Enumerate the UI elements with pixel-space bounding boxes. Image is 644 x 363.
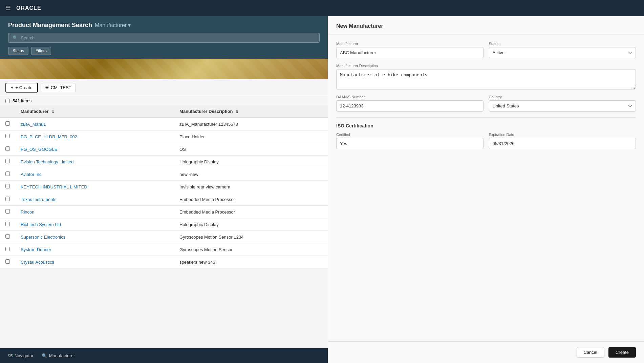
table-row: zBIA_Manu1 zBIA_Manufacturer 12345678	[0, 118, 328, 130]
description-cell: speakers new 345	[174, 256, 328, 268]
manufacturer-cell[interactable]: Aviator Inc	[15, 168, 174, 181]
form-row-duns-country: D-U-N-S Number Country United States Can…	[336, 95, 636, 112]
iso-section-title: ISO Certification	[336, 123, 636, 128]
navigator-icon: 🗺	[8, 353, 13, 358]
page-title-sub: Manufacturer ▾	[95, 22, 131, 28]
row-checkbox[interactable]	[5, 209, 10, 214]
row-checkbox[interactable]	[5, 172, 10, 176]
form-create-button[interactable]: Create	[608, 347, 636, 358]
manufacturer-cell[interactable]: PG_OS_GOOGLE	[15, 143, 174, 156]
main-layout: Product Management Search Manufacturer ▾…	[0, 16, 644, 363]
manufacturer-cell[interactable]: Crystal Acoustics	[15, 256, 174, 268]
left-panel: Product Management Search Manufacturer ▾…	[0, 16, 328, 363]
country-label: Country	[489, 95, 636, 99]
eye-icon: 👁	[45, 85, 49, 90]
manufacturer-field: Manufacturer	[336, 42, 484, 58]
plus-icon: +	[11, 85, 14, 90]
status-field: Status Active Inactive	[489, 42, 636, 58]
oracle-logo: ORACLE	[16, 5, 41, 11]
table-row: Supersonic Electronics Gyroscopes Motion…	[0, 231, 328, 243]
row-checkbox[interactable]	[5, 234, 10, 239]
manufacturer-cell[interactable]: zBIA_Manu1	[15, 118, 174, 130]
right-panel: New Manufacturer Manufacturer Status Act…	[328, 16, 644, 363]
right-panel-footer: Cancel Create	[328, 341, 644, 363]
select-all-row: 541 items	[0, 96, 328, 105]
search-bar[interactable]: 🔍	[8, 33, 320, 43]
row-checkbox[interactable]	[5, 197, 10, 201]
expiration-date-input[interactable]	[489, 138, 636, 149]
manufacturer-cell[interactable]: Texas Instruments	[15, 193, 174, 206]
form-row-description: Manufacturer Description Manufacturer of…	[336, 64, 636, 89]
row-checkbox[interactable]	[5, 259, 10, 264]
sort-icon[interactable]: ⇅	[51, 110, 54, 114]
decorative-image-strip	[0, 59, 328, 79]
cm-test-button[interactable]: 👁 CM_TEST	[41, 83, 76, 92]
manufacturer-cell[interactable]: Richtech System Ltd	[15, 218, 174, 231]
manufacturers-table: Manufacturer ⇅ Manufacturer Description …	[0, 105, 328, 268]
create-button[interactable]: + + Create	[5, 83, 38, 93]
status-select[interactable]: Active Inactive	[489, 47, 636, 58]
navigator-nav-item[interactable]: 🗺 Navigator	[8, 353, 34, 358]
description-textarea[interactable]: Manufacturer of e-bike components	[336, 69, 636, 89]
row-checkbox[interactable]	[5, 159, 10, 163]
cancel-button[interactable]: Cancel	[577, 347, 604, 358]
status-filter-button[interactable]: Status	[8, 47, 28, 55]
table-row: KEYTECH INDUSTRIAL LIMITED Invisible rea…	[0, 181, 328, 193]
row-checkbox[interactable]	[5, 184, 10, 188]
section-divider	[336, 117, 636, 118]
search-header: Product Management Search Manufacturer ▾…	[0, 16, 328, 59]
col-header-manufacturer: Manufacturer ⇅	[15, 105, 174, 118]
duns-field: D-U-N-S Number	[336, 95, 484, 112]
right-panel-body: Manufacturer Status Active Inactive Manu…	[328, 35, 644, 341]
manufacturer-cell[interactable]: Systron Donner	[15, 243, 174, 256]
certified-input[interactable]	[336, 138, 484, 149]
filters-button[interactable]: Filters	[31, 47, 51, 55]
description-cell: Holographic Display	[174, 156, 328, 168]
table-row: Systron Donner Gyroscopes Motion Sensor	[0, 243, 328, 256]
row-checkbox[interactable]	[5, 222, 10, 226]
filter-row: Status Filters	[8, 47, 320, 59]
certified-label: Certified	[336, 133, 484, 137]
description-cell: Holographic Display	[174, 218, 328, 231]
country-field: Country United States Canada United King…	[489, 95, 636, 112]
manufacturer-cell[interactable]: PG_PLCE_HLDR_MFR_002	[15, 130, 174, 143]
row-checkbox[interactable]	[5, 247, 10, 251]
manufacturer-nav-item[interactable]: 🔍 Manufacturer	[42, 353, 75, 358]
description-cell: Invisible rear view camera	[174, 181, 328, 193]
form-row-iso: Certified Expiration Date	[336, 133, 636, 149]
description-cell: Place Holder	[174, 130, 328, 143]
item-count: 541 items	[13, 98, 31, 103]
expiration-date-field: Expiration Date	[489, 133, 636, 149]
page-title: Product Management Search Manufacturer ▾	[8, 22, 320, 29]
table-row: Rincon Embedded Media Processor	[0, 206, 328, 218]
description-label: Manufacturer Description	[336, 64, 636, 68]
manufacturer-cell[interactable]: Supersonic Electronics	[15, 231, 174, 243]
sort-icon[interactable]: ⇅	[235, 110, 238, 114]
row-checkbox[interactable]	[5, 134, 10, 138]
select-all-checkbox[interactable]	[5, 99, 10, 103]
description-cell: Embedded Media Processor	[174, 206, 328, 218]
row-checkbox[interactable]	[5, 146, 10, 151]
expiration-date-label: Expiration Date	[489, 133, 636, 137]
manufacturer-cell[interactable]: Rincon	[15, 206, 174, 218]
table-row: Richtech System Ltd Holographic Display	[0, 218, 328, 231]
right-panel-header: New Manufacturer	[328, 16, 644, 35]
table-row: Aviator Inc new -new	[0, 168, 328, 181]
table-row: Crystal Acoustics speakers new 345	[0, 256, 328, 268]
manufacturer-cell[interactable]: Evision Technology Limited	[15, 156, 174, 168]
chevron-down-icon[interactable]: ▾	[128, 22, 131, 28]
country-select[interactable]: United States Canada United Kingdom	[489, 100, 636, 112]
manufacturer-cell[interactable]: KEYTECH INDUSTRIAL LIMITED	[15, 181, 174, 193]
description-cell: Embedded Media Processor	[174, 193, 328, 206]
manufacturer-input[interactable]	[336, 47, 484, 58]
duns-input[interactable]	[336, 100, 484, 112]
table-row: PG_PLCE_HLDR_MFR_002 Place Holder	[0, 130, 328, 143]
right-panel-title: New Manufacturer	[336, 23, 383, 29]
top-navigation: ☰ ORACLE	[0, 0, 644, 16]
hamburger-menu-icon[interactable]: ☰	[5, 4, 11, 12]
search-input[interactable]	[21, 35, 315, 40]
description-cell: Gyroscopes Motion Sensor 1234	[174, 231, 328, 243]
table-area: + + Create 👁 CM_TEST 541 items	[0, 79, 328, 348]
row-checkbox[interactable]	[5, 121, 10, 126]
bottom-navigation: 🗺 Navigator 🔍 Manufacturer	[0, 348, 328, 363]
